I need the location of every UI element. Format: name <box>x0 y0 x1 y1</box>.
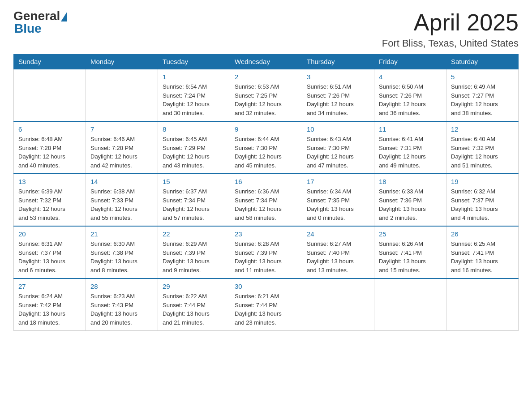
calendar-cell: 28Sunrise: 6:23 AMSunset: 7:43 PMDayligh… <box>86 278 158 331</box>
day-number: 5 <box>451 73 514 81</box>
day-number: 28 <box>90 283 153 290</box>
day-number: 13 <box>18 178 81 185</box>
day-info: Sunrise: 6:30 AMSunset: 7:38 PMDaylight:… <box>90 240 153 274</box>
weekday-header-monday: Monday <box>86 54 158 69</box>
calendar-cell: 7Sunrise: 6:46 AMSunset: 7:28 PMDaylight… <box>86 121 158 174</box>
day-number: 2 <box>235 73 297 81</box>
logo-triangle-icon <box>61 12 67 21</box>
calendar-cell: 14Sunrise: 6:38 AMSunset: 7:33 PMDayligh… <box>86 174 158 226</box>
day-number: 4 <box>379 73 442 81</box>
day-info: Sunrise: 6:37 AMSunset: 7:34 PMDaylight:… <box>163 187 225 222</box>
day-info: Sunrise: 6:48 AMSunset: 7:28 PMDaylight:… <box>18 135 81 170</box>
location-title: Fort Bliss, Texas, United States <box>382 38 519 49</box>
day-info: Sunrise: 6:23 AMSunset: 7:43 PMDaylight:… <box>90 292 153 327</box>
day-info: Sunrise: 6:51 AMSunset: 7:26 PMDaylight:… <box>307 82 369 117</box>
day-number: 3 <box>307 73 369 81</box>
calendar-cell <box>86 69 158 122</box>
day-info: Sunrise: 6:46 AMSunset: 7:28 PMDaylight:… <box>90 135 153 170</box>
day-info: Sunrise: 6:24 AMSunset: 7:42 PMDaylight:… <box>18 292 81 327</box>
calendar-cell: 3Sunrise: 6:51 AMSunset: 7:26 PMDaylight… <box>302 69 374 122</box>
calendar-cell: 25Sunrise: 6:26 AMSunset: 7:41 PMDayligh… <box>374 226 446 278</box>
calendar-cell: 24Sunrise: 6:27 AMSunset: 7:40 PMDayligh… <box>302 226 374 278</box>
calendar-cell: 15Sunrise: 6:37 AMSunset: 7:34 PMDayligh… <box>158 174 230 226</box>
calendar-cell: 8Sunrise: 6:45 AMSunset: 7:29 PMDaylight… <box>158 121 230 174</box>
day-number: 21 <box>90 230 153 238</box>
day-info: Sunrise: 6:22 AMSunset: 7:44 PMDaylight:… <box>163 292 225 327</box>
day-number: 14 <box>90 178 153 185</box>
day-number: 23 <box>235 230 297 238</box>
day-info: Sunrise: 6:34 AMSunset: 7:35 PMDaylight:… <box>307 187 369 222</box>
calendar-cell: 23Sunrise: 6:28 AMSunset: 7:39 PMDayligh… <box>230 226 302 278</box>
day-number: 12 <box>451 125 514 133</box>
day-number: 11 <box>379 125 442 133</box>
weekday-header-tuesday: Tuesday <box>158 54 230 69</box>
day-number: 30 <box>235 283 297 290</box>
day-info: Sunrise: 6:44 AMSunset: 7:30 PMDaylight:… <box>235 135 297 170</box>
calendar-cell: 20Sunrise: 6:31 AMSunset: 7:37 PMDayligh… <box>14 226 86 278</box>
weekday-header-thursday: Thursday <box>302 54 374 69</box>
day-info: Sunrise: 6:27 AMSunset: 7:40 PMDaylight:… <box>307 240 369 274</box>
calendar-week-row: 1Sunrise: 6:54 AMSunset: 7:24 PMDaylight… <box>14 69 519 122</box>
calendar-week-row: 13Sunrise: 6:39 AMSunset: 7:32 PMDayligh… <box>14 174 519 226</box>
day-info: Sunrise: 6:45 AMSunset: 7:29 PMDaylight:… <box>163 135 225 170</box>
day-number: 10 <box>307 125 369 133</box>
day-info: Sunrise: 6:38 AMSunset: 7:33 PMDaylight:… <box>90 187 153 222</box>
day-number: 26 <box>451 230 514 238</box>
day-number: 16 <box>235 178 297 185</box>
day-number: 29 <box>163 283 225 290</box>
day-info: Sunrise: 6:40 AMSunset: 7:32 PMDaylight:… <box>451 135 514 170</box>
calendar-table: SundayMondayTuesdayWednesdayThursdayFrid… <box>13 54 519 331</box>
day-info: Sunrise: 6:21 AMSunset: 7:44 PMDaylight:… <box>235 292 297 327</box>
day-info: Sunrise: 6:29 AMSunset: 7:39 PMDaylight:… <box>163 240 225 274</box>
calendar-week-row: 20Sunrise: 6:31 AMSunset: 7:37 PMDayligh… <box>14 226 519 278</box>
calendar-week-row: 27Sunrise: 6:24 AMSunset: 7:42 PMDayligh… <box>14 278 519 331</box>
calendar-cell: 4Sunrise: 6:50 AMSunset: 7:26 PMDaylight… <box>374 69 446 122</box>
day-number: 19 <box>451 178 514 185</box>
calendar-cell: 17Sunrise: 6:34 AMSunset: 7:35 PMDayligh… <box>302 174 374 226</box>
day-number: 17 <box>307 178 369 185</box>
day-info: Sunrise: 6:41 AMSunset: 7:31 PMDaylight:… <box>379 135 442 170</box>
day-info: Sunrise: 6:25 AMSunset: 7:41 PMDaylight:… <box>451 240 514 274</box>
calendar-cell <box>374 278 446 331</box>
calendar-cell: 26Sunrise: 6:25 AMSunset: 7:41 PMDayligh… <box>446 226 519 278</box>
day-info: Sunrise: 6:49 AMSunset: 7:27 PMDaylight:… <box>451 82 514 117</box>
calendar-cell: 27Sunrise: 6:24 AMSunset: 7:42 PMDayligh… <box>14 278 86 331</box>
day-info: Sunrise: 6:26 AMSunset: 7:41 PMDaylight:… <box>379 240 442 274</box>
day-number: 18 <box>379 178 442 185</box>
day-info: Sunrise: 6:54 AMSunset: 7:24 PMDaylight:… <box>163 82 225 117</box>
calendar-cell: 12Sunrise: 6:40 AMSunset: 7:32 PMDayligh… <box>446 121 519 174</box>
day-info: Sunrise: 6:28 AMSunset: 7:39 PMDaylight:… <box>235 240 297 274</box>
logo: General Blue <box>13 9 67 36</box>
day-info: Sunrise: 6:32 AMSunset: 7:37 PMDaylight:… <box>451 187 514 222</box>
day-info: Sunrise: 6:53 AMSunset: 7:25 PMDaylight:… <box>235 82 297 117</box>
calendar-cell: 10Sunrise: 6:43 AMSunset: 7:30 PMDayligh… <box>302 121 374 174</box>
calendar-header-row: SundayMondayTuesdayWednesdayThursdayFrid… <box>14 54 519 69</box>
calendar-cell: 9Sunrise: 6:44 AMSunset: 7:30 PMDaylight… <box>230 121 302 174</box>
day-info: Sunrise: 6:50 AMSunset: 7:26 PMDaylight:… <box>379 82 442 117</box>
calendar-cell: 21Sunrise: 6:30 AMSunset: 7:38 PMDayligh… <box>86 226 158 278</box>
calendar-cell: 1Sunrise: 6:54 AMSunset: 7:24 PMDaylight… <box>158 69 230 122</box>
day-number: 24 <box>307 230 369 238</box>
calendar-cell: 22Sunrise: 6:29 AMSunset: 7:39 PMDayligh… <box>158 226 230 278</box>
day-number: 1 <box>163 73 225 81</box>
calendar-cell <box>14 69 86 122</box>
calendar-cell: 16Sunrise: 6:36 AMSunset: 7:34 PMDayligh… <box>230 174 302 226</box>
weekday-header-wednesday: Wednesday <box>230 54 302 69</box>
calendar-cell: 13Sunrise: 6:39 AMSunset: 7:32 PMDayligh… <box>14 174 86 226</box>
day-info: Sunrise: 6:39 AMSunset: 7:32 PMDaylight:… <box>18 187 81 222</box>
day-number: 25 <box>379 230 442 238</box>
day-info: Sunrise: 6:43 AMSunset: 7:30 PMDaylight:… <box>307 135 369 170</box>
calendar-cell <box>446 278 519 331</box>
calendar-cell: 30Sunrise: 6:21 AMSunset: 7:44 PMDayligh… <box>230 278 302 331</box>
day-number: 27 <box>18 283 81 290</box>
weekday-header-friday: Friday <box>374 54 446 69</box>
day-info: Sunrise: 6:31 AMSunset: 7:37 PMDaylight:… <box>18 240 81 274</box>
day-info: Sunrise: 6:36 AMSunset: 7:34 PMDaylight:… <box>235 187 297 222</box>
day-number: 20 <box>18 230 81 238</box>
month-title: April 2025 <box>382 9 519 36</box>
calendar-cell: 18Sunrise: 6:33 AMSunset: 7:36 PMDayligh… <box>374 174 446 226</box>
day-number: 15 <box>163 178 225 185</box>
day-number: 8 <box>163 125 225 133</box>
page-header: General Blue April 2025 Fort Bliss, Texa… <box>13 9 519 49</box>
calendar-cell: 29Sunrise: 6:22 AMSunset: 7:44 PMDayligh… <box>158 278 230 331</box>
